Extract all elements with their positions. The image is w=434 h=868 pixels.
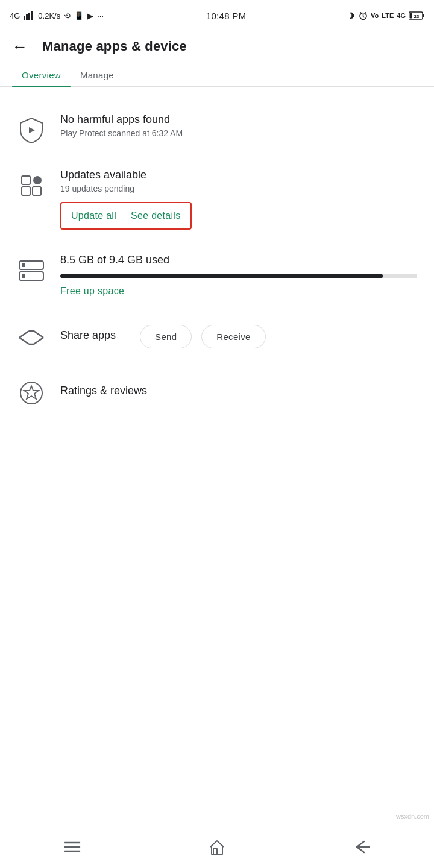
svg-rect-1 (26, 14, 28, 20)
share-apps-section: Share apps Send Receive (0, 309, 434, 364)
play-protect-icon (17, 116, 46, 145)
svg-line-24 (34, 331, 43, 338)
storage-bar (60, 274, 417, 278)
bluetooth-icon (348, 11, 356, 20)
app-bar: ← Manage apps & device (0, 31, 434, 61)
watermark: wsxdn.com (396, 813, 429, 820)
share-apps-title: Share apps (60, 329, 116, 342)
status-bar: 4G 0.2K/s ⟲ 📱 ▶ ··· 10:48 PM Vo LTE 4G 2… (0, 0, 434, 31)
free-up-space-button[interactable]: Free up space (60, 286, 124, 297)
content-area: No harmful apps found Play Protect scann… (0, 87, 434, 825)
network-speed: 0.2K/s (38, 11, 60, 20)
alarm-icon (359, 11, 368, 20)
nav-back-icon[interactable] (353, 840, 370, 854)
svg-text:23: 23 (414, 14, 420, 19)
page-title: Manage apps & device (42, 39, 187, 54)
svg-rect-14 (22, 176, 30, 184)
whatsapp-icon: 📱 (74, 11, 84, 20)
tab-overview[interactable]: Overview (12, 61, 71, 86)
storage-icon (17, 256, 46, 285)
share-apps-icon (17, 323, 46, 352)
updates-icon (17, 171, 46, 200)
svg-line-25 (34, 338, 43, 344)
status-right: Vo LTE 4G 23 (348, 11, 424, 20)
svg-line-23 (19, 338, 29, 344)
updates-title: Updates available (60, 169, 417, 181)
svg-rect-0 (24, 16, 25, 20)
play-protect-section: No harmful apps found Play Protect scann… (0, 101, 434, 157)
play-protect-title: No harmful apps found (60, 113, 417, 126)
svg-line-22 (19, 331, 29, 338)
nav-home-icon[interactable] (209, 838, 225, 855)
play-protect-subtitle: Play Protect scanned at 6:32 AM (60, 128, 417, 138)
svg-rect-10 (423, 14, 424, 17)
signal-bars (24, 11, 34, 20)
svg-rect-3 (31, 11, 33, 20)
svg-marker-29 (24, 386, 39, 399)
svg-rect-11 (410, 13, 412, 19)
send-button[interactable]: Send (140, 325, 192, 348)
play-protect-content: No harmful apps found Play Protect scann… (60, 113, 417, 138)
ratings-content: Ratings & reviews (60, 385, 417, 400)
nav-menu-icon[interactable] (64, 841, 81, 853)
updates-section: Updates available 19 updates pending Upd… (0, 157, 434, 242)
bottom-nav (0, 825, 434, 868)
update-all-button[interactable]: Update all (71, 210, 116, 221)
ratings-icon (17, 379, 46, 407)
ratings-section[interactable]: Ratings & reviews (0, 364, 434, 420)
svg-rect-16 (22, 187, 30, 195)
vibrate-icon: ⟲ (64, 11, 71, 20)
tab-manage[interactable]: Manage (71, 61, 124, 86)
tabs-container: Overview Manage (0, 61, 434, 87)
see-details-button[interactable]: See details (131, 210, 180, 221)
volte-label: Vo (371, 12, 379, 19)
play-icon: ▶ (87, 11, 93, 20)
svg-line-7 (360, 12, 361, 13)
more-icons: ··· (97, 11, 104, 20)
storage-title: 8.5 GB of 9.4 GB used (60, 254, 417, 266)
svg-line-6 (363, 16, 365, 17)
updates-subtitle: 19 updates pending (60, 184, 417, 193)
updates-content: Updates available 19 updates pending Upd… (60, 169, 417, 230)
svg-rect-19 (22, 263, 25, 267)
svg-marker-13 (29, 127, 35, 133)
battery-icon: 23 (409, 11, 424, 20)
svg-rect-21 (22, 274, 25, 278)
svg-line-8 (365, 12, 366, 13)
update-buttons-container: Update all See details (60, 202, 192, 230)
back-button[interactable]: ← (12, 39, 28, 54)
status-left: 4G 0.2K/s ⟲ 📱 ▶ ··· (10, 11, 104, 20)
storage-bar-fill (60, 274, 383, 278)
signal-4g: 4G (10, 11, 20, 20)
storage-section: 8.5 GB of 9.4 GB used Free up space (0, 242, 434, 309)
status-time: 10:48 PM (206, 11, 247, 21)
svg-point-15 (33, 176, 42, 184)
lte-label: LTE (382, 12, 394, 19)
svg-rect-17 (33, 187, 41, 195)
storage-content: 8.5 GB of 9.4 GB used Free up space (60, 254, 417, 297)
ratings-title: Ratings & reviews (60, 385, 417, 397)
share-buttons-container: Send Receive (140, 325, 266, 348)
svg-rect-2 (28, 13, 30, 20)
receive-button[interactable]: Receive (201, 325, 265, 348)
4g-label: 4G (397, 12, 406, 19)
